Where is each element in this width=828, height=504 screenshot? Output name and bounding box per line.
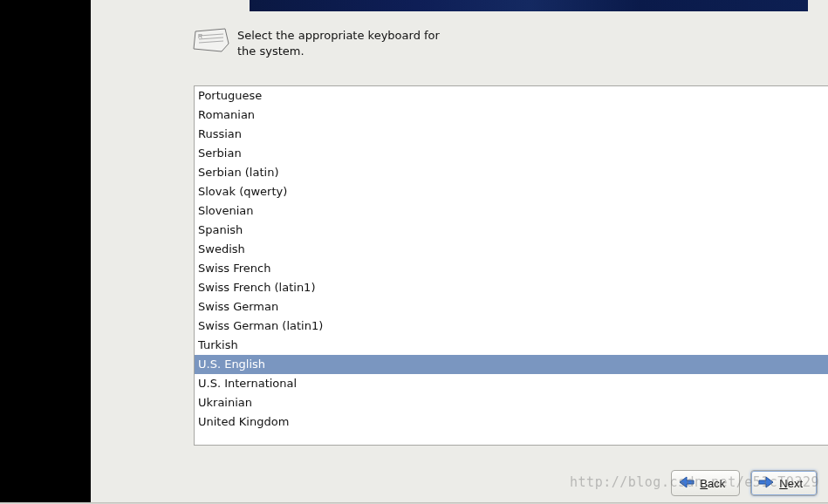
keyboard-list-item[interactable]: Serbian bbox=[195, 144, 828, 163]
instruction-text: Select the appropriate keyboard for the … bbox=[237, 28, 447, 58]
wizard-footer: Back Next bbox=[91, 464, 828, 502]
keyboard-list-item[interactable]: Serbian (latin) bbox=[195, 163, 828, 182]
next-button-label: Next bbox=[779, 477, 803, 490]
svg-marker-6 bbox=[759, 477, 773, 487]
keyboard-list-container: PortugueseRomanianRussianSerbianSerbian … bbox=[194, 85, 828, 446]
keyboard-list-item[interactable]: Slovak (qwerty) bbox=[195, 182, 828, 201]
svg-text:R: R bbox=[198, 33, 202, 39]
instruction-row: R Select the appropriate keyboard for th… bbox=[192, 28, 447, 58]
keyboard-list-item[interactable]: Ukrainian bbox=[195, 393, 828, 412]
keyboard-list-item[interactable]: Romanian bbox=[195, 106, 828, 125]
banner-strip bbox=[250, 0, 808, 11]
keyboard-list-item[interactable]: Swedish bbox=[195, 240, 828, 259]
keyboard-list-item[interactable]: Swiss German bbox=[195, 297, 828, 317]
next-button[interactable]: Next bbox=[750, 470, 818, 496]
keyboard-list-item[interactable]: Russian bbox=[195, 125, 828, 144]
keyboard-list-item[interactable]: Swiss French bbox=[195, 259, 828, 278]
installer-window: R Select the appropriate keyboard for th… bbox=[91, 0, 828, 502]
keyboard-list-item[interactable]: U.S. English bbox=[195, 355, 828, 374]
back-button-label: Back bbox=[700, 477, 725, 490]
keyboard-list-item[interactable]: Turkish bbox=[195, 336, 828, 355]
keyboard-list-item[interactable]: Slovenian bbox=[195, 201, 828, 221]
keyboard-list-item[interactable]: Swiss French (latin1) bbox=[195, 278, 828, 297]
keyboard-list-item[interactable]: Swiss German (latin1) bbox=[195, 317, 828, 336]
keyboard-list-item[interactable]: Portuguese bbox=[195, 86, 828, 106]
keyboard-icon: R bbox=[192, 28, 230, 54]
keyboard-list-item[interactable]: U.S. International bbox=[195, 374, 828, 393]
keyboard-list[interactable]: PortugueseRomanianRussianSerbianSerbian … bbox=[195, 86, 828, 445]
keyboard-list-item[interactable]: Spanish bbox=[195, 221, 828, 240]
arrow-right-icon bbox=[758, 475, 774, 492]
back-button[interactable]: Back bbox=[671, 470, 740, 496]
svg-marker-5 bbox=[680, 477, 694, 487]
svg-marker-0 bbox=[194, 29, 229, 51]
keyboard-list-item[interactable]: United Kingdom bbox=[195, 412, 828, 432]
arrow-left-icon bbox=[679, 475, 695, 492]
